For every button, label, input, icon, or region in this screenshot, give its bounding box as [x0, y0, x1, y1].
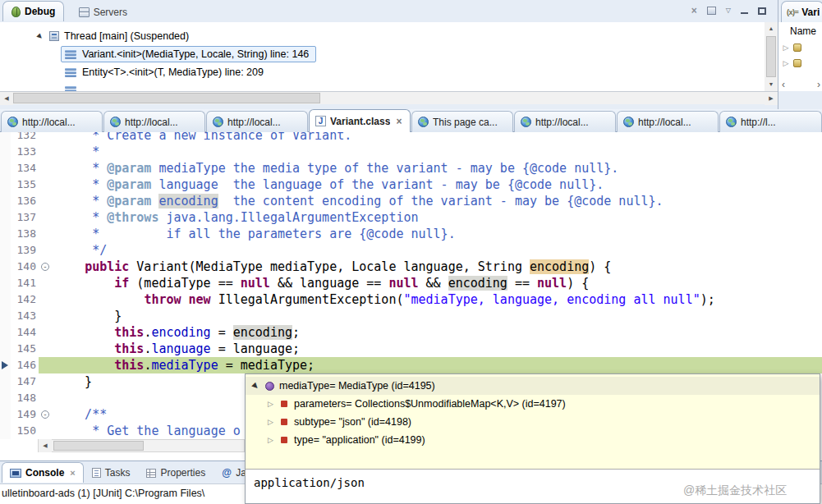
fold-column: [39, 357, 52, 373]
code-line-138[interactable]: 138 * if all the parameters are {@code n…: [0, 226, 822, 242]
line-number: 148: [11, 390, 39, 406]
debug-horizontal-scrollbar[interactable]: ◀ ▶: [0, 91, 778, 104]
expand-arrow-icon[interactable]: ▷: [782, 44, 790, 52]
editor-tab-label: http://local...: [125, 117, 178, 128]
fold-minus-icon[interactable]: -: [41, 410, 49, 419]
view-tab-label: Servers: [94, 7, 127, 18]
tab-variables[interactable]: (x)= Vari: [781, 1, 822, 22]
code-line-142[interactable]: 142 throw new IllegalArgumentException("…: [0, 291, 822, 308]
editor-tab-4[interactable]: JVariant.class×: [309, 109, 411, 132]
variable-row[interactable]: ▷: [778, 55, 822, 71]
code-text: this.encoding = encoding;: [52, 324, 822, 341]
expand-arrow-icon[interactable]: ▷: [266, 436, 275, 444]
editor-tab-5[interactable]: This page ca...: [411, 111, 513, 132]
variable-row[interactable]: ▷: [778, 39, 822, 55]
line-number: 143: [11, 308, 39, 324]
editor-horizontal-scrollbar[interactable]: ◀: [38, 439, 245, 452]
code-line-145[interactable]: 145 this.language = language;: [0, 341, 822, 357]
scroll-left-icon[interactable]: ◀: [0, 92, 13, 105]
code-text: this.language = language;: [52, 341, 822, 357]
inspect-row-2[interactable]: ▷parameters= Collections$UnmodifiableMap…: [246, 395, 820, 413]
code-line-134[interactable]: 134 * @param mediaType the media type of…: [0, 160, 822, 176]
globe-icon: [521, 117, 531, 127]
marker-column: [0, 291, 11, 308]
expand-arrow-icon[interactable]: ▷: [266, 400, 275, 408]
stack-frame-row[interactable]: [0, 81, 765, 91]
debug-frames: Variant.<init>(MediaType, Locale, String…: [0, 45, 765, 91]
expand-arrow-icon[interactable]: ▷: [266, 418, 275, 426]
editor-tab-3[interactable]: http://local...: [206, 111, 308, 132]
debug-vertical-scrollbar[interactable]: ▲ ▼: [765, 22, 778, 91]
code-line-140[interactable]: 140- public Variant(MediaType mediaType,…: [0, 259, 822, 275]
editor-tab-1[interactable]: http://local...: [1, 111, 103, 132]
marker-column: [0, 275, 11, 291]
maximize-icon[interactable]: [758, 7, 766, 15]
code-line-144[interactable]: 144 this.encoding = encoding;: [0, 324, 822, 341]
fold-column: [39, 308, 52, 324]
marker-column: [0, 132, 11, 144]
marker-column: [0, 226, 11, 242]
stack-frame-row[interactable]: Variant.<init>(MediaType, Locale, String…: [0, 45, 765, 63]
tab-servers[interactable]: Servers: [70, 2, 136, 22]
code-line-133[interactable]: 133 *: [0, 144, 822, 160]
scrollbar-thumb[interactable]: [53, 441, 144, 451]
code-line-141[interactable]: 141 if (mediaType == null && language ==…: [0, 275, 822, 291]
view-tab-label: Console: [25, 467, 64, 479]
window-icon[interactable]: [707, 7, 716, 15]
tab-debug[interactable]: Debug: [2, 1, 64, 21]
fold-column: -: [39, 406, 52, 423]
view-tab-properties[interactable]: Properties: [138, 462, 214, 483]
inspect-row-label: mediaType= MediaType (id=4195): [279, 380, 435, 392]
scroll-right-icon[interactable]: ▶: [765, 92, 778, 105]
marker-column: [0, 373, 11, 390]
view-tab-console[interactable]: Console×: [2, 462, 84, 483]
view-menu-icon[interactable]: ▽: [726, 5, 731, 16]
scroll-up-icon[interactable]: ▲: [765, 22, 778, 35]
view-tab-tasks[interactable]: Tasks: [84, 462, 139, 483]
minimize-icon[interactable]: [741, 12, 748, 14]
code-line-139[interactable]: 139 */: [0, 242, 822, 259]
fold-column: [39, 226, 52, 242]
editor-tab-6[interactable]: http://local...: [514, 111, 616, 132]
editor-tab-label: This page ca...: [433, 117, 498, 128]
globe-icon: [726, 117, 737, 127]
remove-terminated-icon[interactable]: ×: [691, 5, 697, 16]
marker-column: [0, 324, 11, 341]
scrollbar-thumb[interactable]: [766, 36, 776, 77]
scroll-down-icon[interactable]: ▼: [765, 78, 778, 91]
scrollbar-thumb[interactable]: [13, 93, 320, 103]
close-icon[interactable]: ×: [70, 468, 75, 478]
inspect-row-3[interactable]: ▷subtype= "json" (id=4198): [246, 413, 820, 431]
thread-row[interactable]: ▶ Thread [main] (Suspended): [0, 27, 765, 45]
inspect-row-4[interactable]: ▷type= "application" (id=4199): [246, 431, 820, 449]
code-line-146[interactable]: 146 this.mediaType = mediaType;: [0, 357, 822, 373]
code-line-136[interactable]: 136 * @param encoding the content encodi…: [0, 193, 822, 209]
scroll-left-icon[interactable]: ‹: [782, 79, 785, 90]
stack-frame-row[interactable]: Entity<T>.<init>(T, MediaType) line: 209: [0, 63, 765, 81]
fold-column: [39, 324, 52, 341]
watermark: @稀土掘金技术社区: [683, 483, 787, 498]
variables-icon: (x)=: [787, 8, 798, 16]
marker-column: [0, 357, 11, 373]
debug-tree: ▶ Thread [main] (Suspended) Variant.<ini…: [0, 22, 765, 91]
marker-column: [0, 423, 11, 439]
scroll-left-icon[interactable]: ◀: [39, 439, 52, 452]
expand-arrow-icon[interactable]: ▷: [782, 59, 790, 67]
line-number: 150: [11, 423, 39, 439]
editor-tab-7[interactable]: http://local...: [617, 111, 719, 132]
globe-icon: [213, 117, 223, 127]
editor-tab-2[interactable]: http://local...: [103, 111, 205, 132]
close-icon[interactable]: ×: [396, 116, 402, 127]
variables-view: (x)= Vari Name ▷ ▷ ‹ ›: [778, 0, 822, 109]
code-line-132[interactable]: 132 * Create a new instance of Variant.: [0, 132, 822, 144]
code-line-137[interactable]: 137 * @throws java.lang.IllegalArgumentE…: [0, 209, 822, 226]
editor-tab-8[interactable]: http://l...: [719, 111, 822, 132]
fold-minus-icon[interactable]: -: [41, 263, 49, 271]
collapse-arrow-icon[interactable]: ▶: [34, 30, 45, 41]
scroll-right-icon[interactable]: ›: [817, 79, 820, 90]
marker-column: [0, 308, 11, 324]
code-line-143[interactable]: 143 }: [0, 308, 822, 324]
code-line-135[interactable]: 135 * @param language the language of th…: [0, 176, 822, 193]
collapse-arrow-icon[interactable]: ▶: [250, 380, 262, 392]
inspect-row-1[interactable]: ▶mediaType= MediaType (id=4195): [246, 377, 820, 395]
